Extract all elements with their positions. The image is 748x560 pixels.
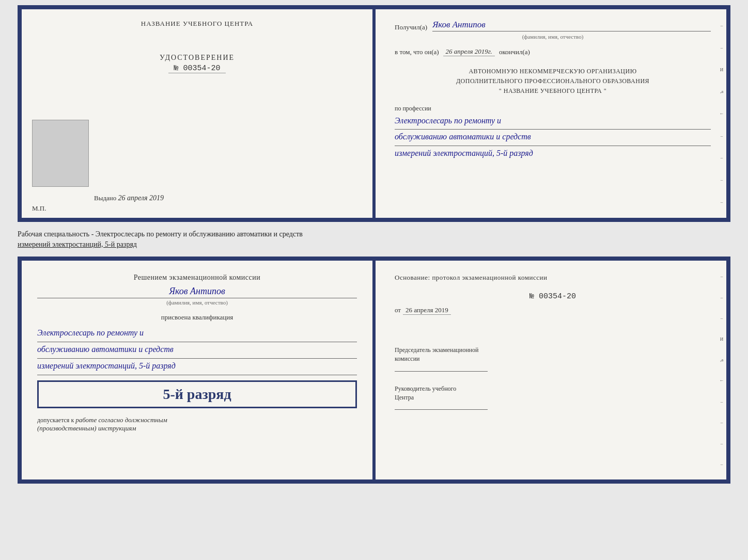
allowed-handwritten1: работе согласно должностным xyxy=(75,416,167,424)
decision-name: Яков Антипов xyxy=(37,286,357,298)
issued-date: 26 апреля 2019 xyxy=(118,194,164,202)
recipient-line: Получил(а) Яков Антипов xyxy=(395,20,711,31)
top-center-title: НАЗВАНИЕ УЧЕБНОГО ЦЕНТРА xyxy=(141,20,253,28)
bottom-left-page: Решением экзаменационной комиссии Яков А… xyxy=(22,261,374,479)
date-prefix: в том, что он(а) xyxy=(395,48,439,56)
basis-date: 26 апреля 2019 xyxy=(403,306,451,315)
top-right-page: Получил(а) Яков Антипов (фамилия, имя, о… xyxy=(374,9,726,218)
allowed-text: допускается к работе согласно должностны… xyxy=(37,416,357,433)
profession-label: по профессии xyxy=(395,105,711,113)
top-left-page: НАЗВАНИЕ УЧЕБНОГО ЦЕНТРА УДОСТОВЕРЕНИЕ №… xyxy=(22,9,374,218)
separator-line1: Рабочая специальность - Электрослесарь п… xyxy=(18,230,303,238)
photo-placeholder xyxy=(32,120,89,187)
org-line2: ДОПОЛНИТЕЛЬНОГО ПРОФЕССИОНАЛЬНОГО ОБРАЗО… xyxy=(456,77,649,85)
qualification-text: Электрослесарь по ремонту и обслуживанию… xyxy=(37,326,357,375)
director-role1: Руководитель учебного xyxy=(395,385,456,392)
qual-line1: Электрослесарь по ремонту и xyxy=(37,326,357,342)
basis-date-line: от 26 апреля 2019 xyxy=(395,305,711,328)
profession-line1: Электрослесарь по ремонту и xyxy=(395,114,711,130)
recipient-name: Яков Антипов xyxy=(432,20,711,31)
bottom-certificate: Решением экзаменационной комиссии Яков А… xyxy=(18,257,730,484)
org-block: АВТОНОМНУЮ НЕКОММЕРЧЕСКУЮ ОРГАНИЗАЦИЮ ДО… xyxy=(395,67,711,97)
qual-line3: измерений электростанций, 5-й разряд xyxy=(37,359,357,375)
chairman-role: Председатель экзаменационной комиссии xyxy=(395,346,711,363)
org-line3: " НАЗВАНИЕ УЧЕБНОГО ЦЕНТРА " xyxy=(499,87,606,94)
separator-text: Рабочая специальность - Электрослесарь п… xyxy=(18,226,730,252)
udost-section: УДОСТОВЕРЕНИЕ № 00354-20 xyxy=(160,54,235,73)
top-certificate: НАЗВАНИЕ УЧЕБНОГО ЦЕНТРА УДОСТОВЕРЕНИЕ №… xyxy=(18,5,730,222)
director-signature-line xyxy=(395,409,488,410)
chairman-role1: Председатель экзаменационной xyxy=(395,346,478,354)
rank-badge: 5-й разряд xyxy=(37,380,357,408)
date-value: 26 апреля 2019г. xyxy=(443,47,495,56)
issued-prefix: Выдано xyxy=(94,194,116,202)
basis-date-prefix: от xyxy=(395,306,401,314)
side-decoration-bottom: – – – И ,а ← – – – – xyxy=(717,261,726,479)
separator-line2: измерений электростанций, 5-й разряд xyxy=(18,241,137,248)
director-signature-block: Руководитель учебного Центра xyxy=(395,385,711,418)
director-role2: Центра xyxy=(395,394,414,401)
chairman-signature-line xyxy=(395,371,488,372)
basis-number: № 00354-20 xyxy=(395,292,711,301)
udost-number: № 00354-20 xyxy=(168,64,225,73)
qual-line2: обслуживанию автоматики и средств xyxy=(37,342,357,359)
org-line1: АВТОНОМНУЮ НЕКОММЕРЧЕСКУЮ ОРГАНИЗАЦИЮ xyxy=(469,68,636,75)
allowed-handwritten2: (производственным) инструкциям xyxy=(37,424,136,432)
profession-line3: измерений электростанций, 5-й разряд xyxy=(395,149,533,157)
date-suffix: окончил(а) xyxy=(499,48,530,56)
decision-fio: (фамилия, имя, отчество) xyxy=(37,299,357,306)
chairman-signature-block: Председатель экзаменационной комиссии xyxy=(395,346,711,379)
date-line: в том, что он(а) 26 апреля 2019г. окончи… xyxy=(395,47,711,56)
chairman-role2: комиссии xyxy=(395,355,420,362)
recipient-prefix: Получил(а) xyxy=(395,23,427,31)
decision-title: Решением экзаменационной комиссии xyxy=(37,274,357,282)
allowed-prefix: допускается к xyxy=(37,417,74,424)
basis-title: Основание: протокол экзаменационной коми… xyxy=(395,274,711,282)
profession-text: Электрослесарь по ремонту и обслуживанию… xyxy=(395,114,711,161)
mp-label: М.П. xyxy=(32,204,46,213)
udost-title: УДОСТОВЕРЕНИЕ xyxy=(160,54,235,62)
profession-line2: обслуживанию автоматики и средств xyxy=(395,130,711,146)
issued-line: Выдано 26 апреля 2019 xyxy=(94,194,164,202)
ito-text: И xyxy=(719,67,725,72)
side-decoration: – – И ,а ← – – – – xyxy=(717,9,726,218)
fio-subtitle-top: (фамилия, имя, отчество) xyxy=(395,34,711,40)
director-role: Руководитель учебного Центра xyxy=(395,385,711,402)
assigned-label: присвоена квалификация xyxy=(37,313,357,322)
bottom-right-page: Основание: протокол экзаменационной коми… xyxy=(374,261,726,479)
